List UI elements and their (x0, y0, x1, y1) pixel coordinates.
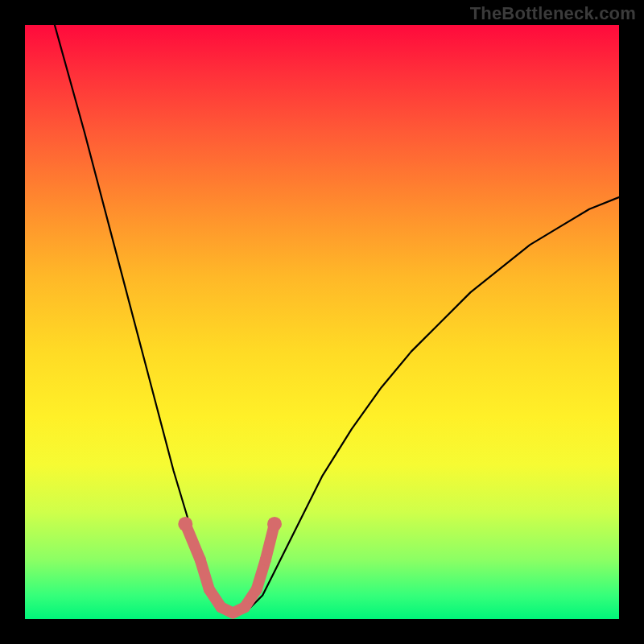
bracket-dot (251, 584, 262, 595)
bracket-dot (267, 517, 282, 531)
plot-area (25, 25, 619, 619)
bracket-dot (204, 584, 215, 595)
bracket-dot (227, 608, 238, 619)
bracket-dot (195, 554, 206, 565)
bracket-dot (216, 601, 227, 613)
bracket-dot (239, 601, 250, 613)
optimal-range-bracket (185, 524, 275, 613)
watermark-text: TheBottleneck.com (470, 3, 636, 24)
curve-svg (25, 25, 619, 619)
bracket-dot (260, 554, 271, 565)
chart-frame: TheBottleneck.com (0, 0, 644, 644)
bottleneck-curve (55, 25, 619, 613)
bracket-dot (178, 517, 192, 531)
